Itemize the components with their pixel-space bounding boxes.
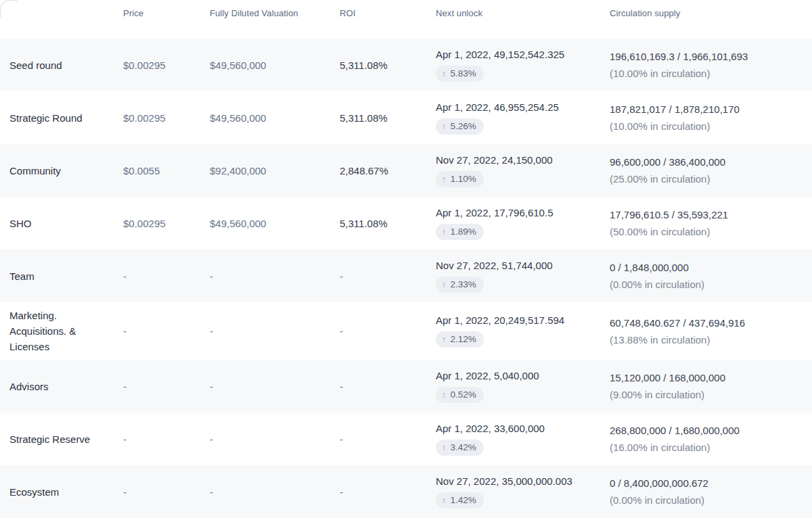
unlock-percent-badge: ↑ 5.83% bbox=[436, 66, 484, 82]
roi-value: - bbox=[340, 433, 436, 445]
unlock-percent-value: 5.26% bbox=[451, 120, 476, 132]
table-row: Ecosystem - - - Nov 27, 2022, 35,000,000… bbox=[0, 465, 812, 518]
price-value: $0.00295 bbox=[123, 112, 210, 124]
unlock-percent-value: 5.83% bbox=[451, 68, 476, 79]
next-unlock-cell: Apr 1, 2022, 33,600,000 ↑ 3.42% bbox=[436, 423, 610, 456]
table-row: Marketing. Acquisitions. & Licenses - - … bbox=[0, 302, 812, 360]
roi-value: - bbox=[340, 270, 436, 282]
circulation-supply-cell: 187,821,017 / 1,878,210,170 (10.00% in c… bbox=[610, 103, 812, 132]
up-arrow-icon: ↑ bbox=[442, 173, 447, 185]
circulating-amount: 60,748,640.627 / 437,694,916 bbox=[610, 317, 801, 329]
unlock-percent-value: 1.89% bbox=[451, 226, 476, 237]
circulating-note: (9.00% in circulation) bbox=[610, 389, 801, 400]
fdv-value: - bbox=[210, 486, 340, 498]
next-unlock-cell: Apr 1, 2022, 49,152,542.325 ↑ 5.83% bbox=[436, 49, 610, 82]
up-arrow-icon: ↑ bbox=[442, 333, 447, 345]
next-unlock-cell: Nov 27, 2022, 35,000,000.003 ↑ 1.42% bbox=[436, 475, 610, 509]
table-body: Seed round $0.00295 $49,560,000 5,311.08… bbox=[0, 39, 812, 518]
circulating-amount: 268,800,000 / 1,680,000,000 bbox=[610, 425, 801, 436]
circulation-supply-cell: 15,120,000 / 168,000,000 (9.00% in circu… bbox=[610, 372, 812, 400]
circulating-amount: 0 / 1,848,000,000 bbox=[610, 262, 801, 273]
fdv-value: - bbox=[210, 381, 340, 392]
unlock-percent-badge: ↑ 3.42% bbox=[436, 440, 484, 456]
next-unlock-value: Apr 1, 2022, 49,152,542.325 bbox=[436, 49, 599, 60]
next-unlock-cell: Nov 27, 2022, 51,744,000 ↑ 2.33% bbox=[436, 260, 610, 293]
circulating-amount: 17,796,610.5 / 35,593,221 bbox=[610, 209, 801, 220]
unlock-percent-value: 1.42% bbox=[451, 494, 476, 506]
unlock-percent-badge: ↑ 0.52% bbox=[436, 387, 484, 403]
up-arrow-icon: ↑ bbox=[442, 442, 447, 453]
unlock-percent-badge: ↑ 5.26% bbox=[436, 118, 484, 135]
next-unlock-cell: Apr 1, 2022, 17,796,610.5 ↑ 1.89% bbox=[436, 207, 610, 240]
table-row: Seed round $0.00295 $49,560,000 5,311.08… bbox=[0, 39, 812, 91]
price-value: - bbox=[123, 381, 210, 392]
next-unlock-value: Apr 1, 2022, 20,249,517.594 bbox=[436, 314, 599, 326]
price-value: - bbox=[123, 270, 210, 282]
roi-value: - bbox=[340, 486, 436, 498]
table-row: Advisors - - - Apr 1, 2022, 5,040,000 ↑ … bbox=[0, 360, 812, 413]
column-header-next-unlock: Next unlock bbox=[436, 8, 610, 18]
circulation-supply-cell: 196,610,169.3 / 1,966,101,693 (10.00% in… bbox=[610, 51, 812, 79]
column-header-circulation-supply: Circulation supply bbox=[610, 8, 812, 18]
unlock-percent-value: 2.12% bbox=[451, 333, 476, 345]
up-arrow-icon: ↑ bbox=[442, 279, 447, 290]
circulating-amount: 196,610,169.3 / 1,966,101,693 bbox=[610, 51, 801, 62]
circulating-note: (25.00% in circulation) bbox=[610, 173, 801, 185]
table-row: Community $0.0055 $92,400,000 2,848.67% … bbox=[0, 144, 812, 197]
next-unlock-value: Apr 1, 2022, 46,955,254.25 bbox=[436, 101, 599, 113]
round-name: Team bbox=[0, 268, 123, 284]
price-value: - bbox=[123, 433, 210, 445]
circulating-note: (13.88% in circulation) bbox=[610, 334, 801, 346]
round-name: Marketing. Acquisitions. & Licenses bbox=[0, 308, 123, 354]
next-unlock-value: Nov 27, 2022, 24,150,000 bbox=[436, 154, 599, 166]
unlock-percent-value: 2.33% bbox=[451, 279, 476, 290]
circulating-amount: 0 / 8,400,000,000.672 bbox=[610, 477, 801, 489]
circulating-note: (0.00% in circulation) bbox=[610, 494, 801, 506]
circulation-supply-cell: 96,600,000 / 386,400,000 (25.00% in circ… bbox=[610, 156, 812, 185]
next-unlock-cell: Apr 1, 2022, 46,955,254.25 ↑ 5.26% bbox=[436, 101, 610, 135]
roi-value: 5,311.08% bbox=[340, 60, 436, 71]
next-unlock-value: Nov 27, 2022, 35,000,000.003 bbox=[436, 475, 599, 487]
unlock-percent-value: 1.10% bbox=[451, 173, 476, 185]
fdv-value: $49,560,000 bbox=[210, 112, 340, 124]
table-row: Strategic Round $0.00295 $49,560,000 5,3… bbox=[0, 91, 812, 144]
next-unlock-value: Apr 1, 2022, 17,796,610.5 bbox=[436, 207, 599, 218]
up-arrow-icon: ↑ bbox=[442, 389, 447, 400]
round-name: Ecosystem bbox=[0, 484, 123, 500]
fdv-value: - bbox=[210, 270, 340, 282]
unlock-percent-badge: ↑ 1.10% bbox=[436, 171, 484, 187]
fdv-value: - bbox=[210, 325, 340, 337]
roi-value: 5,311.08% bbox=[340, 218, 436, 229]
up-arrow-icon: ↑ bbox=[442, 120, 447, 132]
next-unlock-cell: Nov 27, 2022, 24,150,000 ↑ 1.10% bbox=[436, 154, 610, 187]
circulation-supply-cell: 268,800,000 / 1,680,000,000 (16.00% in c… bbox=[610, 425, 812, 453]
round-name: Community bbox=[0, 163, 123, 179]
column-header-fully-diluted-valuation: Fully Diluted Valuation bbox=[210, 8, 340, 18]
circulating-note: (50.00% in circulation) bbox=[610, 226, 801, 237]
unlock-percent-badge: ↑ 2.33% bbox=[436, 277, 484, 293]
price-value: $0.0055 bbox=[123, 165, 210, 176]
roi-value: 2,848.67% bbox=[340, 165, 436, 176]
circulating-note: (10.00% in circulation) bbox=[610, 68, 801, 79]
round-name: Advisors bbox=[0, 379, 123, 394]
unlock-percent-value: 0.52% bbox=[451, 389, 476, 400]
fdv-value: - bbox=[210, 433, 340, 445]
unlock-percent-badge: ↑ 1.42% bbox=[436, 492, 484, 509]
vesting-unlock-table: Price Fully Diluted Valuation ROI Next u… bbox=[0, 0, 812, 518]
circulation-supply-cell: 60,748,640.627 / 437,694,916 (13.88% in … bbox=[610, 317, 812, 346]
unlock-percent-badge: ↑ 1.89% bbox=[436, 224, 484, 240]
fdv-value: $49,560,000 bbox=[210, 60, 340, 71]
up-arrow-icon: ↑ bbox=[442, 226, 447, 237]
unlock-percent-value: 3.42% bbox=[451, 442, 476, 453]
roi-value: - bbox=[340, 325, 436, 337]
circulation-supply-cell: 0 / 8,400,000,000.672 (0.00% in circulat… bbox=[610, 477, 812, 506]
table-row: Team - - - Nov 27, 2022, 51,744,000 ↑ 2.… bbox=[0, 250, 812, 302]
circulating-note: (16.00% in circulation) bbox=[610, 442, 801, 453]
round-name: Strategic Reserve bbox=[0, 431, 123, 447]
roi-value: 5,311.08% bbox=[340, 112, 436, 124]
circulation-supply-cell: 0 / 1,848,000,000 (0.00% in circulation) bbox=[610, 262, 812, 290]
next-unlock-cell: Apr 1, 2022, 20,249,517.594 ↑ 2.12% bbox=[436, 314, 610, 348]
fdv-value: $92,400,000 bbox=[210, 165, 340, 176]
table-header-row: Price Fully Diluted Valuation ROI Next u… bbox=[0, 0, 812, 39]
up-arrow-icon: ↑ bbox=[442, 494, 447, 506]
